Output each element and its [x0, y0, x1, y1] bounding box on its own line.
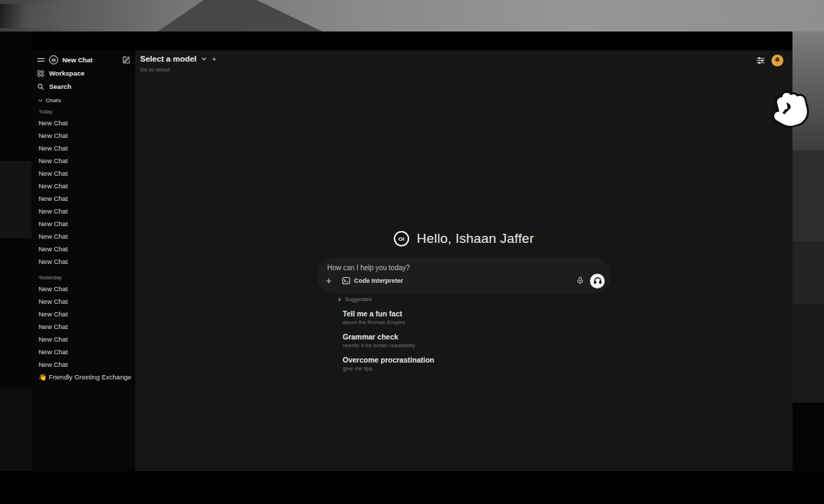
- sidebar-item-label: Workspace: [49, 69, 85, 77]
- bolt-icon: [337, 297, 342, 302]
- sidebar: OI New Chat Workspace Search: [32, 50, 135, 471]
- model-selector[interactable]: Select a model +: [140, 55, 217, 63]
- chat-item[interactable]: New Chat: [32, 129, 135, 141]
- chat-item-named[interactable]: 👋 Friendly Greeting Exchange: [32, 370, 135, 383]
- suggested-prompt-subtitle: rewrite it for better readability: [343, 342, 533, 349]
- chat-item[interactable]: New Chat: [32, 204, 135, 217]
- suggested-header: Suggested: [337, 296, 533, 302]
- wallpaper-shape: [0, 4, 64, 28]
- chat-group-label: Yesterday: [32, 273, 135, 282]
- suggested-section: Suggested Tell me a fun factabout the Ro…: [337, 296, 533, 379]
- wallpaper-shape: [792, 150, 824, 241]
- main-area: Select a model + Set as default OI Hello…: [135, 50, 792, 471]
- suggested-prompt-title: Overcome procrastination: [343, 356, 533, 365]
- suggested-prompt[interactable]: Tell me a fun factabout the Roman Empire: [343, 309, 533, 326]
- chats-section-header[interactable]: Chats: [32, 95, 135, 105]
- chat-list: Chats TodayNew ChatNew ChatNew ChatNew C…: [32, 94, 135, 468]
- workspace-icon: [37, 70, 44, 77]
- controls-sliders-icon[interactable]: [756, 56, 765, 65]
- chat-item[interactable]: New Chat: [32, 320, 135, 332]
- composer-toolbar: + Code Interpreter: [326, 273, 605, 288]
- wallpaper-shape: [0, 388, 32, 471]
- chats-section-label: Chats: [46, 97, 61, 104]
- chat-groups: TodayNew ChatNew ChatNew ChatNew ChatNew…: [32, 107, 135, 370]
- chat-item[interactable]: New Chat: [32, 192, 135, 204]
- sidebar-toggle-icon[interactable]: [37, 56, 45, 64]
- set-default-link[interactable]: Set as default: [140, 67, 170, 72]
- chevron-down-icon: [38, 98, 43, 103]
- chat-item[interactable]: New Chat: [32, 217, 135, 230]
- greeting-row: OI Hello, Ishaan Jaffer: [135, 231, 792, 246]
- sidebar-item-label: Search: [49, 83, 71, 90]
- code-interpreter-toggle[interactable]: Code Interpreter: [342, 276, 403, 285]
- voice-call-button[interactable]: [590, 274, 605, 288]
- openwebui-logo-icon: OI: [394, 231, 409, 246]
- chat-item[interactable]: New Chat: [32, 358, 135, 370]
- sidebar-title: New Chat: [62, 56, 118, 64]
- headphones-icon: [593, 276, 602, 285]
- attach-plus-icon[interactable]: +: [326, 276, 331, 286]
- wallpaper-shape: [0, 471, 824, 504]
- chat-composer[interactable]: How can I help you today? + Code Interpr…: [317, 258, 611, 293]
- suggested-prompt-title: Grammar check: [343, 332, 533, 342]
- wallpaper-shape: [0, 161, 32, 238]
- add-model-icon[interactable]: +: [212, 55, 217, 63]
- suggested-list: Tell me a fun factabout the Roman Empire…: [337, 309, 533, 372]
- chat-item[interactable]: New Chat: [32, 345, 135, 358]
- openwebui-logo-icon: OI: [49, 55, 58, 64]
- wallpaper-shape: [792, 31, 824, 150]
- suggested-prompt[interactable]: Overcome procrastinationgive me tips: [343, 356, 533, 372]
- composer-placeholder[interactable]: How can I help you today?: [327, 264, 410, 272]
- chat-item[interactable]: New Chat: [32, 255, 135, 267]
- chat-item[interactable]: New Chat: [32, 154, 135, 167]
- wallpaper-shape: [792, 304, 824, 402]
- suggested-prompt-subtitle: about the Roman Empire: [343, 318, 533, 326]
- suggested-prompt[interactable]: Grammar checkrewrite it for better reada…: [343, 332, 533, 349]
- sidebar-header: OI New Chat: [37, 54, 130, 66]
- chat-item[interactable]: New Chat: [32, 141, 135, 154]
- app-window: OI New Chat Workspace Search: [32, 31, 792, 471]
- chat-item[interactable]: New Chat: [32, 332, 135, 345]
- suggested-label: Suggested: [345, 296, 371, 302]
- suggested-prompt-subtitle: give me tips: [343, 365, 533, 372]
- code-interpreter-icon: [342, 276, 350, 285]
- header-right-controls: [756, 55, 783, 66]
- desktop-background: OI New Chat Workspace Search: [0, 0, 824, 504]
- user-avatar[interactable]: [771, 55, 783, 66]
- chat-group-label: Today: [32, 107, 135, 116]
- wallpaper-shape: [792, 241, 824, 304]
- greeting-text: Hello, Ishaan Jaffer: [417, 231, 534, 246]
- new-chat-icon[interactable]: [123, 56, 130, 64]
- chat-item[interactable]: New Chat: [32, 295, 135, 307]
- chat-item[interactable]: New Chat: [32, 230, 135, 242]
- chat-item[interactable]: New Chat: [32, 242, 135, 255]
- chat-item[interactable]: New Chat: [32, 282, 135, 295]
- window-top-strip: [32, 31, 792, 50]
- suggested-prompt-title: Tell me a fun fact: [343, 309, 533, 318]
- model-selector-label: Select a model: [140, 55, 197, 63]
- chat-item[interactable]: New Chat: [32, 307, 135, 320]
- sidebar-item-search[interactable]: Search: [37, 80, 131, 92]
- search-icon: [37, 83, 44, 90]
- code-interpreter-label: Code Interpreter: [354, 277, 403, 284]
- chat-item[interactable]: New Chat: [32, 116, 135, 129]
- chat-item[interactable]: New Chat: [32, 179, 135, 192]
- wallpaper-shape: [0, 0, 824, 31]
- microphone-icon[interactable]: [577, 276, 584, 285]
- chevron-down-icon: [201, 56, 207, 62]
- sidebar-item-workspace[interactable]: Workspace: [37, 67, 131, 79]
- chat-item[interactable]: New Chat: [32, 167, 135, 179]
